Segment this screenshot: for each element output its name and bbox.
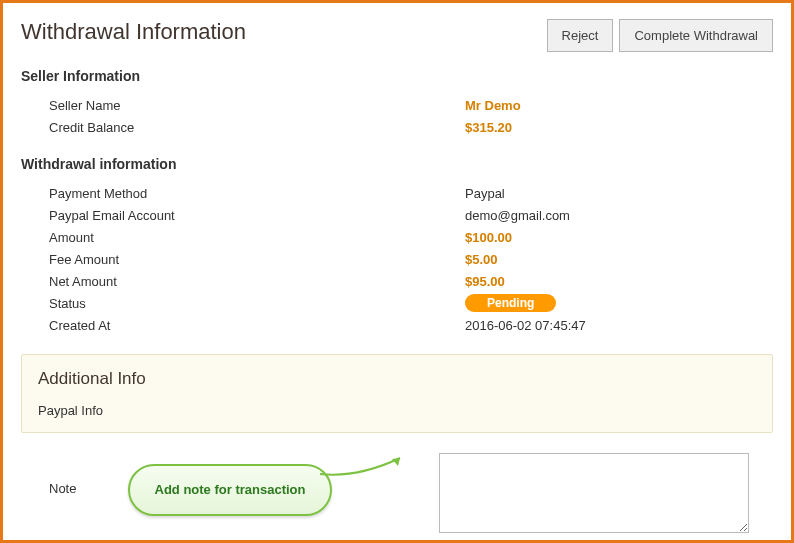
paypal-email-label: Paypal Email Account xyxy=(49,208,465,223)
fee-amount-value: $5.00 xyxy=(465,252,498,267)
created-at-value: 2016-06-02 07:45:47 xyxy=(465,318,586,333)
page-title: Withdrawal Information xyxy=(21,19,246,45)
note-textarea[interactable] xyxy=(439,453,749,533)
paypal-info-label: Paypal Info xyxy=(38,403,756,418)
seller-name-row: Seller Name Mr Demo xyxy=(49,94,773,116)
note-row: Note xyxy=(49,453,773,533)
payment-method-row: Payment Method Paypal xyxy=(49,182,773,204)
net-amount-value: $95.00 xyxy=(465,274,505,289)
seller-section-heading: Seller Information xyxy=(21,68,773,84)
credit-balance-row: Credit Balance $315.20 xyxy=(49,116,773,138)
withdrawal-info-table: Payment Method Paypal Paypal Email Accou… xyxy=(49,182,773,336)
created-at-label: Created At xyxy=(49,318,465,333)
credit-balance-value: $315.20 xyxy=(465,120,512,135)
net-amount-label: Net Amount xyxy=(49,274,465,289)
fee-amount-row: Fee Amount $5.00 xyxy=(49,248,773,270)
paypal-email-row: Paypal Email Account demo@gmail.com xyxy=(49,204,773,226)
additional-info-title: Additional Info xyxy=(38,369,756,389)
payment-method-label: Payment Method xyxy=(49,186,465,201)
amount-label: Amount xyxy=(49,230,465,245)
complete-withdrawal-button[interactable]: Complete Withdrawal xyxy=(619,19,773,52)
payment-method-value: Paypal xyxy=(465,186,505,201)
seller-information-section: Seller Information Seller Name Mr Demo C… xyxy=(21,68,773,138)
amount-value: $100.00 xyxy=(465,230,512,245)
status-value-wrap: Pending xyxy=(465,294,556,312)
reject-button[interactable]: Reject xyxy=(547,19,614,52)
status-label: Status xyxy=(49,296,465,311)
amount-row: Amount $100.00 xyxy=(49,226,773,248)
note-label: Note xyxy=(49,453,439,496)
seller-name-label: Seller Name xyxy=(49,98,465,113)
withdrawal-information-section: Withdrawal information Payment Method Pa… xyxy=(21,156,773,336)
status-row: Status Pending xyxy=(49,292,773,314)
additional-info-panel: Additional Info Paypal Info xyxy=(21,354,773,433)
fee-amount-label: Fee Amount xyxy=(49,252,465,267)
credit-balance-label: Credit Balance xyxy=(49,120,465,135)
net-amount-row: Net Amount $95.00 xyxy=(49,270,773,292)
action-buttons: Reject Complete Withdrawal xyxy=(547,19,773,52)
paypal-email-value: demo@gmail.com xyxy=(465,208,570,223)
seller-info-table: Seller Name Mr Demo Credit Balance $315.… xyxy=(49,94,773,138)
withdrawal-section-heading: Withdrawal information xyxy=(21,156,773,172)
header-bar: Withdrawal Information Reject Complete W… xyxy=(21,19,773,52)
withdrawal-information-panel: Withdrawal Information Reject Complete W… xyxy=(0,0,794,543)
seller-name-value: Mr Demo xyxy=(465,98,521,113)
status-badge: Pending xyxy=(465,294,556,312)
created-at-row: Created At 2016-06-02 07:45:47 xyxy=(49,314,773,336)
